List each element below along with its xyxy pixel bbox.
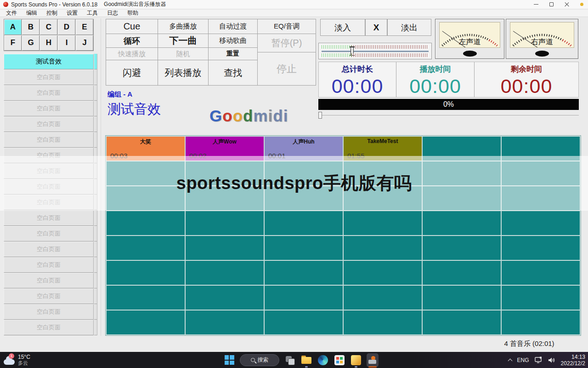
sidebar-tab-c[interactable]: C xyxy=(40,19,57,35)
grid-cell[interactable] xyxy=(344,236,422,260)
page-item-blank[interactable]: 空白页面 xyxy=(4,257,94,273)
grid-cell[interactable] xyxy=(423,261,501,285)
page-item-blank[interactable]: 空白页面 xyxy=(4,226,94,242)
fade-cancel-button[interactable]: X xyxy=(365,19,387,36)
grid-cell[interactable] xyxy=(502,261,580,285)
sidebar-tab-g[interactable]: G xyxy=(22,35,40,51)
volume-icon[interactable] xyxy=(548,357,555,363)
language-indicator[interactable]: ENG xyxy=(517,357,529,363)
grid-cell[interactable] xyxy=(265,261,343,285)
page-item-blank[interactable]: 空白页面 xyxy=(4,116,94,132)
grid-cell[interactable] xyxy=(265,310,343,334)
sidebar-tab-h[interactable]: H xyxy=(40,35,57,51)
grid-cell[interactable] xyxy=(502,211,580,235)
edge-button[interactable] xyxy=(317,352,329,368)
multi-play-button[interactable]: 多曲播放 xyxy=(158,19,209,34)
list-play-button[interactable]: 列表播放 xyxy=(158,60,209,86)
grid-cell[interactable] xyxy=(265,211,343,235)
sidebar-tab-d[interactable]: D xyxy=(58,19,75,35)
minimize-icon[interactable] xyxy=(534,4,538,5)
grid-cell[interactable] xyxy=(265,286,343,310)
duck-button[interactable]: 闪避 xyxy=(106,60,158,86)
menu-control[interactable]: 控制 xyxy=(42,9,62,17)
menu-edit[interactable]: 编辑 xyxy=(22,9,41,17)
start-button[interactable] xyxy=(223,352,235,368)
auto-fade-button[interactable]: 自动过渡 xyxy=(208,19,258,34)
clock[interactable]: 14:13 2022/12/2 xyxy=(561,354,585,367)
grid-cell[interactable] xyxy=(344,286,422,310)
find-button[interactable]: 查找 xyxy=(208,60,258,86)
grid-cell[interactable] xyxy=(107,261,185,285)
grid-cell[interactable] xyxy=(107,236,185,260)
page-item-blank[interactable]: 空白页面 xyxy=(4,69,94,85)
sidebar-tab-a[interactable]: A xyxy=(4,19,22,35)
menu-log[interactable]: 日志 xyxy=(103,9,122,17)
active-app-button[interactable] xyxy=(367,352,379,368)
next-song-button[interactable]: 下一曲 xyxy=(158,34,209,48)
menu-help[interactable]: 帮助 xyxy=(123,9,142,17)
menu-file[interactable]: 文件 xyxy=(2,9,21,17)
grid-cell[interactable] xyxy=(502,310,580,334)
grid-cell[interactable] xyxy=(423,211,501,235)
pause-button[interactable]: 暂停(P) xyxy=(257,34,316,52)
grid-cell[interactable] xyxy=(423,236,501,260)
sidebar-tab-f[interactable]: F xyxy=(4,35,22,51)
page-item-blank[interactable]: 空白页面 xyxy=(4,320,94,335)
page-item-blank[interactable]: 空白页面 xyxy=(4,101,94,116)
stop-button[interactable]: 停止 xyxy=(257,52,316,86)
sidebar-tab-j[interactable]: J xyxy=(76,35,93,51)
grid-cell[interactable] xyxy=(186,211,264,235)
page-item-blank[interactable]: 空白页面 xyxy=(4,242,94,257)
pinned-app-button[interactable] xyxy=(350,352,362,368)
grid-cell[interactable] xyxy=(344,211,422,235)
grid-cell[interactable] xyxy=(107,310,185,334)
page-item-selected[interactable]: 测试音效 xyxy=(4,54,94,69)
sidebar-tab-b[interactable]: B xyxy=(22,19,40,35)
menu-tools[interactable]: 工具 xyxy=(83,9,102,17)
maximize-icon[interactable] xyxy=(549,2,554,6)
move-song-button[interactable]: 移动歌曲 xyxy=(208,34,258,48)
page-item-blank[interactable]: 空白页面 xyxy=(4,132,94,148)
store-button[interactable] xyxy=(334,352,345,368)
grid-cell[interactable] xyxy=(502,236,580,260)
page-item-blank[interactable]: 空白页面 xyxy=(4,85,94,101)
seek-thumb[interactable] xyxy=(318,112,322,119)
grid-cell[interactable] xyxy=(344,310,422,334)
page-item-blank[interactable]: 空白页面 xyxy=(4,210,94,226)
page-item-blank[interactable]: 空白页面 xyxy=(4,304,94,320)
grid-cell[interactable] xyxy=(186,286,264,310)
eq-button[interactable]: EQ/音调 xyxy=(257,19,316,34)
quick-play-button[interactable]: 快速播放 xyxy=(106,47,158,60)
volume-slider[interactable] xyxy=(318,43,432,59)
group-page-title: 测试音效 xyxy=(107,100,161,119)
sidebar-tab-i[interactable]: I xyxy=(58,35,75,51)
weather-widget[interactable]: 1 15°C 多云 xyxy=(4,352,30,368)
page-item-blank[interactable]: 空白页面 xyxy=(4,288,94,304)
grid-cell[interactable] xyxy=(423,286,501,310)
fade-in-button[interactable]: 淡入 xyxy=(320,19,365,36)
seek-track[interactable] xyxy=(318,115,579,115)
grid-cell[interactable] xyxy=(107,211,185,235)
tray-chevron-icon[interactable] xyxy=(508,359,512,363)
loop-button[interactable]: 循环 xyxy=(106,34,158,48)
reset-button[interactable]: 重置 xyxy=(208,47,258,60)
grid-cell[interactable] xyxy=(344,261,422,285)
menu-settings[interactable]: 设置 xyxy=(62,9,82,17)
grid-cell[interactable] xyxy=(502,286,580,310)
grid-cell[interactable] xyxy=(186,261,264,285)
close-icon[interactable] xyxy=(565,2,569,7)
random-button[interactable]: 随机 xyxy=(158,47,209,60)
grid-cell[interactable] xyxy=(265,236,343,260)
grid-cell[interactable] xyxy=(423,310,501,334)
search-box[interactable]: 搜索 xyxy=(240,354,279,366)
fade-out-button[interactable]: 淡出 xyxy=(387,19,431,36)
task-view-button[interactable] xyxy=(284,352,296,368)
page-item-blank[interactable]: 空白页面 xyxy=(4,273,94,288)
grid-cell[interactable] xyxy=(186,310,264,334)
network-icon[interactable] xyxy=(535,356,543,363)
file-explorer-button[interactable] xyxy=(300,352,312,368)
sidebar-tab-e[interactable]: E xyxy=(76,19,93,35)
grid-cell[interactable] xyxy=(186,236,264,260)
grid-cell[interactable] xyxy=(107,286,185,310)
cue-button[interactable]: Cue xyxy=(106,19,158,34)
